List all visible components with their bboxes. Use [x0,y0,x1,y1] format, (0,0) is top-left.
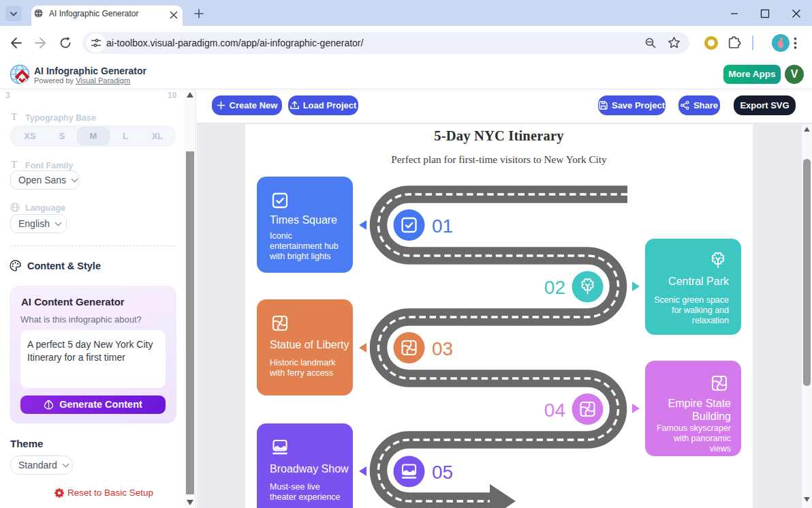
svg-text:04: 04 [544,400,565,421]
svg-text:02: 02 [544,277,565,298]
svg-text:01: 01 [432,215,453,237]
svg-text:05: 05 [432,462,453,483]
svg-text:03: 03 [432,338,453,359]
